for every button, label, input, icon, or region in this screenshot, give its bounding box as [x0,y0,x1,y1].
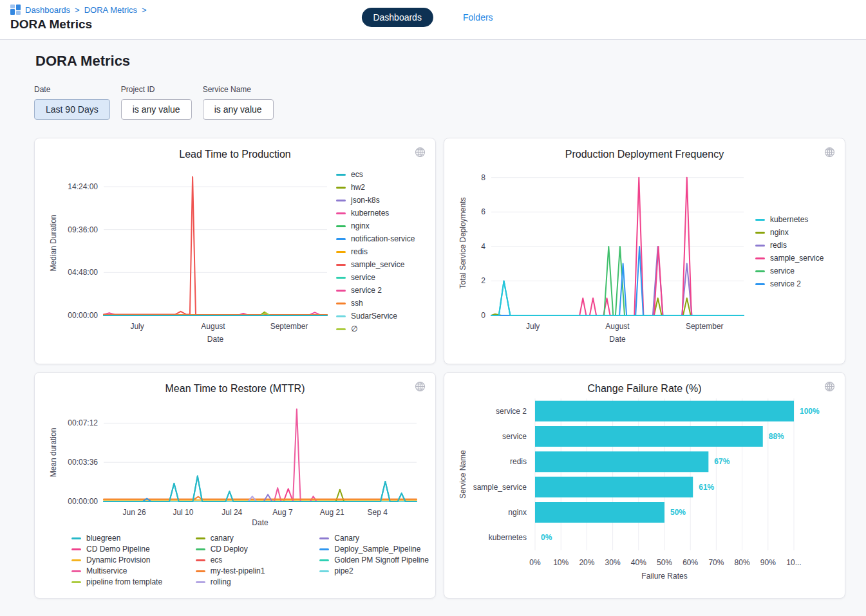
legend-swatch [196,559,205,561]
breadcrumb-link[interactable]: DORA Metrics [84,5,137,15]
legend-swatch [319,570,329,572]
legend-swatch [336,303,346,304]
svg-text:nginx: nginx [508,508,527,517]
legend-swatch [336,315,346,317]
breadcrumb-link[interactable]: Dashboards [25,5,70,15]
legend-swatch [71,537,81,539]
filters-row: DateLast 90 DaysProject IDis any valueSe… [34,85,845,120]
charts-grid: Lead Time to Production 00:00:0004:48:00… [34,138,845,599]
svg-text:Jul 10: Jul 10 [173,508,193,517]
legend-item: sample_service [336,260,415,269]
svg-text:80%: 80% [735,558,750,567]
legend-item: service [755,266,824,275]
svg-text:Sep 4: Sep 4 [368,508,388,517]
svg-text:Aug 21: Aug 21 [320,508,344,517]
legend-item: service 2 [755,279,824,288]
svg-text:Date: Date [207,335,224,344]
card-mttr: Mean Time to Restore (MTTR) 00:00:0000:0… [34,372,436,599]
legend-swatch [755,232,765,234]
legend-label: sample_service [770,254,824,263]
filter-value-button[interactable]: is any value [121,99,192,120]
legend-swatch [336,225,346,227]
globe-icon[interactable] [823,145,836,161]
legend-label: CD Demo Pipeline [86,545,150,554]
legend-item: SudarService [336,312,415,321]
svg-text:00:00:00: 00:00:00 [68,311,98,320]
svg-text:redis: redis [510,457,527,466]
legend-item: Canary [319,534,436,543]
svg-text:0%: 0% [541,533,552,542]
tab-folders[interactable]: Folders [451,8,505,27]
lead-time-chart: 00:00:0004:48:0009:36:0014:24:00JulyAugu… [44,160,331,345]
breadcrumb-items: Dashboards>DORA Metrics> [25,5,147,15]
legend-swatch [755,283,765,285]
filter-project-id: Project IDis any value [121,85,192,120]
legend-label: hw2 [351,183,365,192]
legend-item: my-test-pipelin1 [196,566,312,575]
legend-swatch [71,581,81,583]
legend-label: CD Deploy [211,545,248,554]
svg-text:Date: Date [252,518,268,527]
svg-text:4: 4 [481,242,485,251]
legend-item: bluegreen [71,534,188,543]
svg-text:September: September [686,322,724,331]
legend-swatch [755,245,765,247]
header-tabs: DashboardsFolders [361,8,504,27]
globe-icon[interactable] [413,380,427,395]
svg-text:50%: 50% [670,508,686,517]
svg-text:67%: 67% [714,457,730,466]
legend-swatch [319,548,329,550]
legend-item: pipe2 [319,566,436,575]
chart-title: Lead Time to Production [44,149,426,160]
legend-label: kubernetes [770,215,808,224]
filter-service-name: Service Nameis any value [203,85,274,120]
legend-swatch [196,581,205,583]
legend-label: ecs [351,170,363,179]
tab-dashboards[interactable]: Dashboards [361,8,433,27]
dashboard-heading: DORA Metrics [35,53,845,70]
svg-text:kubernetes: kubernetes [489,533,527,542]
globe-icon[interactable] [413,145,427,161]
filter-value-button[interactable]: is any value [203,99,274,120]
filter-date: DateLast 90 Days [34,85,110,120]
deploy-frequency-chart: 02468JulyAugustSeptemberDateTotal Servic… [454,160,750,345]
legend-item: json-k8s [336,196,415,205]
legend-label: rolling [211,577,231,586]
svg-text:Total Service Deployments: Total Service Deployments [458,197,467,288]
filter-label: Date [34,85,110,94]
svg-text:Median Duration: Median Duration [49,214,58,271]
svg-text:Aug 7: Aug 7 [272,508,293,517]
chart-title: Change Failure Rate (%) [454,383,835,395]
filter-value-button[interactable]: Last 90 Days [34,99,110,120]
svg-text:Mean duration: Mean duration [49,428,58,478]
legend-swatch [196,548,205,550]
legend-item: Golden PM Signoff Pipeline [319,555,436,565]
svg-text:00:00:00: 00:00:00 [68,497,98,506]
svg-text:2: 2 [481,276,485,285]
deploy-frequency-legend: kubernetesnginxredissample_serviceservic… [750,215,824,290]
svg-text:50%: 50% [657,558,672,567]
svg-text:Failure Rates: Failure Rates [641,572,687,581]
legend-swatch [71,570,81,572]
legend-swatch [336,187,346,189]
legend-label: ssh [351,299,363,308]
legend-item: redis [336,247,415,256]
legend-item: sample_service [755,254,824,263]
legend-label: notification-service [351,234,415,243]
globe-icon[interactable] [823,380,836,395]
svg-text:sample_service: sample_service [473,483,527,492]
legend-swatch [336,277,346,279]
legend-item: ∅ [336,324,415,333]
legend-item: nginx [336,221,415,230]
legend-label: json-k8s [351,196,380,205]
legend-item: ecs [196,555,312,565]
legend-swatch [196,537,205,539]
legend-item: CD Demo Pipeline [71,545,188,554]
legend-swatch [336,200,346,201]
svg-text:00:07:12: 00:07:12 [68,418,98,427]
legend-label: service 2 [770,279,801,288]
legend-label: Canary [334,534,359,543]
svg-text:60%: 60% [682,558,698,567]
legend-swatch [71,559,81,561]
mttr-legend: bluegreenCD Demo PipelineDynamic Provisi… [71,534,436,586]
